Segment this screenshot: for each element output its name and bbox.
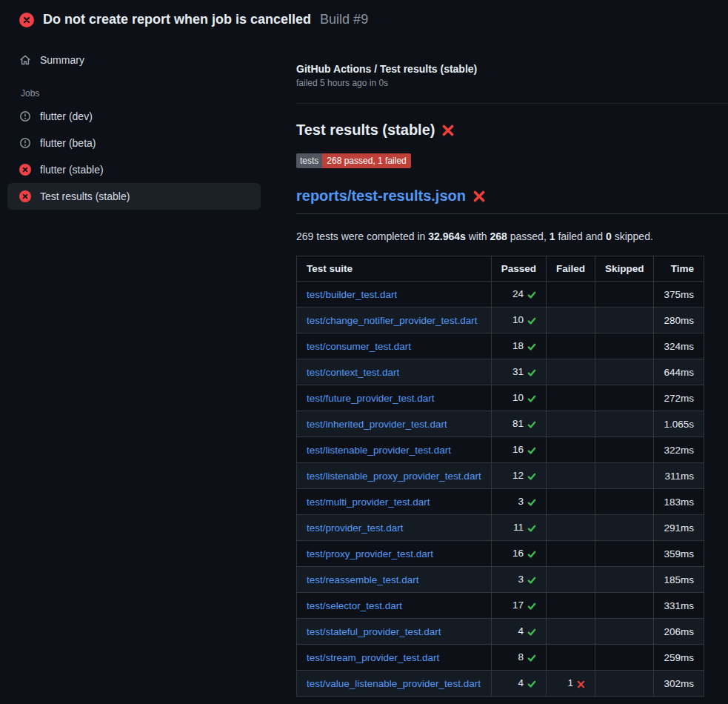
time-value: 359ms bbox=[664, 548, 694, 559]
sidebar-item-label: flutter (beta) bbox=[40, 137, 96, 149]
suite-link[interactable]: test/multi_provider_test.dart bbox=[307, 497, 430, 508]
time-value: 311ms bbox=[664, 471, 694, 482]
x-icon bbox=[577, 677, 585, 691]
passed-count: 18 bbox=[512, 340, 524, 351]
suite-link[interactable]: test/provider_test.dart bbox=[307, 522, 404, 534]
suite-link[interactable]: test/change_notifier_provider_test.dart bbox=[307, 315, 477, 326]
failed-cell bbox=[546, 567, 595, 593]
report-link[interactable]: reports/test-results.json bbox=[296, 187, 466, 205]
summary-passed-count: 268 bbox=[490, 230, 507, 242]
failed-cell bbox=[546, 437, 595, 463]
failed-cell bbox=[546, 411, 595, 437]
passed-cell: 16 bbox=[491, 541, 546, 567]
failed-cell bbox=[546, 282, 595, 308]
suite-link[interactable]: test/future_provider_test.dart bbox=[307, 393, 435, 404]
table-row: test/selector_test.dart 17 331ms bbox=[297, 593, 704, 619]
check-icon bbox=[527, 651, 536, 665]
skipped-cell bbox=[595, 567, 654, 593]
passed-cell: 24 bbox=[491, 282, 546, 308]
skipped-cell bbox=[595, 437, 654, 463]
suite-link[interactable]: test/value_listenable_provider_test.dart bbox=[307, 678, 481, 689]
passed-count: 81 bbox=[512, 418, 524, 429]
check-icon bbox=[527, 391, 536, 405]
skipped-cell bbox=[595, 515, 654, 541]
failed-cell bbox=[546, 333, 595, 359]
skipped-cell bbox=[595, 359, 654, 385]
home-icon bbox=[19, 54, 31, 66]
col-header-time: Time bbox=[654, 256, 704, 282]
passed-cell: 10 bbox=[491, 308, 546, 333]
suite-cell: test/inherited_provider_test.dart bbox=[297, 411, 492, 437]
failed-cell bbox=[546, 541, 595, 567]
table-row: test/listenable_proxy_provider_test.dart… bbox=[297, 463, 704, 489]
summary-skipped-count: 0 bbox=[606, 230, 612, 242]
failed-cell bbox=[546, 359, 595, 385]
sidebar-item-flutter-beta[interactable]: flutter (beta) bbox=[7, 130, 261, 156]
passed-count: 16 bbox=[512, 444, 524, 455]
suite-cell: test/future_provider_test.dart bbox=[297, 385, 492, 411]
passed-cell: 8 bbox=[491, 645, 546, 671]
suite-link[interactable]: test/builder_test.dart bbox=[307, 289, 397, 300]
suite-link[interactable]: test/proxy_provider_test.dart bbox=[307, 548, 433, 559]
skipped-cell bbox=[595, 308, 654, 333]
passed-cell: 81 bbox=[491, 411, 546, 437]
suite-link[interactable]: test/listenable_proxy_provider_test.dart bbox=[307, 471, 481, 482]
suite-cell: test/selector_test.dart bbox=[297, 593, 492, 619]
passed-cell: 16 bbox=[491, 437, 546, 463]
skipped-cell bbox=[595, 333, 654, 359]
passed-count: 16 bbox=[512, 548, 524, 559]
suite-link[interactable]: test/listenable_provider_test.dart bbox=[307, 445, 451, 456]
summary-duration: 32.964s bbox=[428, 230, 466, 242]
suite-cell: test/reassemble_test.dart bbox=[297, 567, 492, 593]
failed-cell bbox=[546, 645, 595, 671]
passed-count: 3 bbox=[518, 574, 524, 585]
failed-count: 1 bbox=[567, 677, 573, 688]
table-row: test/consumer_test.dart 18 324ms bbox=[297, 333, 704, 359]
check-icon bbox=[527, 469, 536, 483]
suite-link[interactable]: test/selector_test.dart bbox=[307, 600, 402, 611]
main-content: GitHub Actions / Test results (stable) f… bbox=[278, 36, 728, 704]
run-title: Do not create report when job is cancell… bbox=[43, 12, 311, 27]
table-row: test/context_test.dart 31 644ms bbox=[297, 359, 704, 385]
time-cell: 259ms bbox=[654, 645, 704, 671]
suite-link[interactable]: test/inherited_provider_test.dart bbox=[307, 419, 447, 430]
suite-cell: test/provider_test.dart bbox=[297, 515, 492, 541]
breadcrumb: GitHub Actions / Test results (stable) bbox=[296, 63, 728, 75]
skipped-cell bbox=[595, 619, 654, 645]
passed-cell: 18 bbox=[491, 333, 546, 359]
col-header-skipped: Skipped bbox=[595, 256, 654, 282]
suite-link[interactable]: test/stateful_provider_test.dart bbox=[307, 626, 441, 637]
passed-cell: 3 bbox=[491, 489, 546, 515]
suite-link[interactable]: test/stream_provider_test.dart bbox=[307, 652, 439, 663]
suite-cell: test/listenable_proxy_provider_test.dart bbox=[297, 463, 492, 489]
suite-link[interactable]: test/reassemble_test.dart bbox=[307, 574, 419, 585]
summary-text: skipped. bbox=[612, 230, 653, 242]
suite-cell: test/context_test.dart bbox=[297, 359, 492, 385]
sidebar-item-summary[interactable]: Summary bbox=[7, 47, 261, 73]
failed-cell bbox=[546, 619, 595, 645]
divider bbox=[296, 103, 728, 104]
time-cell: 206ms bbox=[654, 619, 704, 645]
check-icon bbox=[527, 625, 536, 639]
time-value: 331ms bbox=[664, 600, 694, 611]
passed-count: 4 bbox=[518, 677, 524, 688]
summary-failed-count: 1 bbox=[550, 230, 555, 242]
x-icon bbox=[442, 124, 454, 136]
passed-cell: 4 bbox=[491, 671, 546, 697]
passed-count: 31 bbox=[512, 366, 524, 377]
failed-cell bbox=[546, 308, 595, 333]
sidebar-item-test-results-stable[interactable]: Test results (stable) bbox=[7, 183, 261, 210]
failed-cell: 1 bbox=[546, 671, 595, 697]
sidebar-item-flutter-dev[interactable]: flutter (dev) bbox=[7, 103, 261, 130]
check-icon bbox=[527, 677, 536, 691]
table-row: test/provider_test.dart 11 291ms bbox=[297, 515, 704, 541]
table-row: test/inherited_provider_test.dart 81 1.0… bbox=[297, 411, 704, 437]
check-icon bbox=[527, 495, 536, 509]
suite-link[interactable]: test/consumer_test.dart bbox=[307, 341, 411, 352]
suite-cell: test/multi_provider_test.dart bbox=[297, 489, 492, 515]
section-title: Test results (stable) bbox=[296, 122, 728, 139]
suite-link[interactable]: test/context_test.dart bbox=[307, 367, 399, 378]
summary-line: 269 tests were completed in 32.964s with… bbox=[296, 230, 728, 242]
skipped-cell bbox=[595, 541, 654, 567]
sidebar-item-flutter-stable[interactable]: flutter (stable) bbox=[7, 156, 261, 183]
